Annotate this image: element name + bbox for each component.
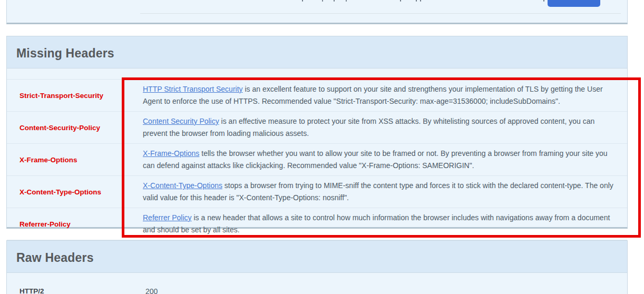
header-description: X-Content-Type-Options stops a browser f…	[143, 178, 627, 206]
missing-headers-header: Missing Headers	[7, 36, 627, 68]
section-title: Raw Headers	[16, 251, 627, 265]
raw-headers-body: HTTP/2 200	[7, 273, 627, 294]
header-description: X-Frame-Options tells the browser whethe…	[143, 145, 627, 174]
raw-header-value: 200	[145, 287, 627, 294]
section-title: Missing Headers	[16, 46, 627, 61]
header-description-text: is a new header that allows a site to co…	[143, 213, 610, 234]
header-doc-link[interactable]: Referrer Policy	[143, 213, 192, 222]
header-name: X-Content-Type-Options	[7, 188, 143, 196]
table-row: Content-Security-Policy Content Security…	[7, 111, 627, 143]
header-name: X-Frame-Options	[7, 156, 143, 164]
raw-header-name: HTTP/2	[7, 287, 145, 294]
header-description-text: tells the browser whether you want to al…	[143, 149, 608, 170]
missing-headers-body: Strict-Transport-Security HTTP Strict Tr…	[7, 79, 627, 260]
missing-headers-panel: Missing Headers Strict-Transport-Securit…	[6, 36, 628, 229]
header-doc-link[interactable]: Content Security Policy	[143, 117, 219, 125]
header-name: Strict-Transport-Security	[7, 92, 143, 100]
primary-button-clipped[interactable]	[548, 0, 600, 7]
header-doc-link[interactable]: HTTP Strict Transport Security	[143, 85, 243, 93]
divider	[140, 13, 621, 14]
header-description: HTTP Strict Transport Security is an exc…	[143, 81, 627, 110]
table-row: X-Frame-Options X-Frame-Options tells th…	[7, 143, 627, 175]
header-description: Content Security Policy is an effective …	[143, 113, 627, 142]
raw-header-row: HTTP/2 200	[7, 273, 627, 294]
raw-headers-panel: Raw Headers HTTP/2 200	[6, 240, 628, 294]
missing-headers-table: Strict-Transport-Security HTTP Strict Tr…	[7, 79, 627, 260]
header-name: Referrer-Policy	[7, 220, 143, 228]
table-row: Strict-Transport-Security HTTP Strict Tr…	[7, 79, 627, 111]
header-description: Referrer Policy is a new header that all…	[143, 210, 627, 238]
top-panel-clipped	[6, 0, 628, 24]
table-row: Referrer-Policy Referrer Policy is a new…	[7, 208, 627, 240]
raw-headers-header: Raw Headers	[7, 241, 627, 273]
header-doc-link[interactable]: X-Content-Type-Options	[143, 181, 222, 190]
header-name: Content-Security-Policy	[7, 124, 143, 132]
header-doc-link[interactable]: X-Frame-Options	[143, 149, 199, 158]
table-row: X-Content-Type-Options X-Content-Type-Op…	[7, 175, 627, 208]
page: Missing Headers Strict-Transport-Securit…	[0, 0, 644, 294]
